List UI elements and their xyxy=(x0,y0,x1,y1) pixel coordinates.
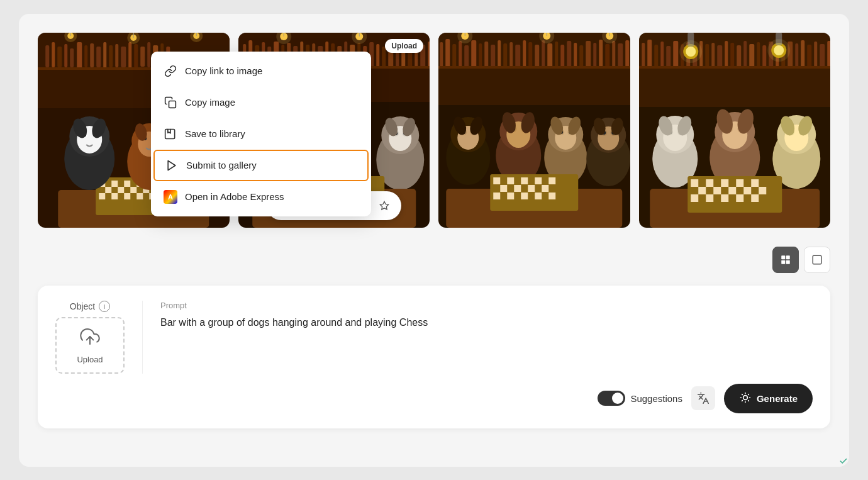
svg-rect-21 xyxy=(147,42,150,67)
menu-item-submit-gallery[interactable]: Submit to gallery xyxy=(153,150,369,181)
save-icon xyxy=(164,127,177,141)
generate-button[interactable]: Generate xyxy=(724,384,813,413)
svg-rect-180 xyxy=(579,45,583,67)
svg-rect-237 xyxy=(507,177,514,184)
menu-item-copy-link-label: Copy link to image xyxy=(185,65,262,76)
svg-rect-254 xyxy=(654,45,658,67)
menu-item-submit-gallery-label: Submit to gallery xyxy=(186,160,257,170)
svg-rect-158 xyxy=(440,42,443,67)
svg-rect-280 xyxy=(820,44,825,67)
prompt-area: Object i Upload Prompt xyxy=(38,286,830,428)
svg-rect-257 xyxy=(673,41,678,67)
upload-cloud-icon xyxy=(80,327,100,351)
svg-rect-281 xyxy=(827,41,830,67)
svg-rect-187 xyxy=(625,40,629,67)
svg-rect-186 xyxy=(618,43,623,67)
svg-rect-253 xyxy=(647,40,652,67)
bottom-row: Suggestions xyxy=(55,384,813,413)
svg-rect-325 xyxy=(698,187,706,194)
image-card-3[interactable] xyxy=(438,33,630,228)
svg-rect-330 xyxy=(691,194,698,202)
svg-rect-11 xyxy=(84,45,87,67)
svg-rect-169 xyxy=(509,42,513,67)
svg-rect-9 xyxy=(70,48,74,67)
svg-rect-242 xyxy=(514,185,521,192)
svg-rect-255 xyxy=(660,42,664,67)
svg-rect-177 xyxy=(560,45,564,67)
single-view-button[interactable] xyxy=(804,247,830,273)
svg-rect-44 xyxy=(130,187,136,193)
svg-rect-13 xyxy=(96,47,101,67)
object-label: Object xyxy=(70,301,95,311)
upload-box[interactable]: Upload xyxy=(55,317,125,374)
svg-rect-271 xyxy=(762,45,766,67)
info-icon[interactable]: i xyxy=(99,301,110,312)
svg-rect-327 xyxy=(728,187,736,194)
svg-rect-47 xyxy=(99,193,105,199)
svg-rect-282 xyxy=(639,66,831,69)
svg-rect-159 xyxy=(445,39,450,67)
menu-item-copy-image[interactable]: Copy image xyxy=(151,87,371,118)
svg-rect-323 xyxy=(736,179,743,187)
svg-rect-173 xyxy=(535,45,539,67)
context-menu: Copy link to image Copy image xyxy=(151,52,371,216)
view-controls xyxy=(38,247,830,273)
send-icon xyxy=(165,159,179,172)
svg-rect-1 xyxy=(165,129,175,138)
svg-rect-94 xyxy=(382,47,386,68)
svg-point-290 xyxy=(767,39,790,62)
svg-rect-337 xyxy=(781,260,785,264)
star-button[interactable] xyxy=(374,195,395,216)
menu-item-open-adobe[interactable]: A Open in Adobe Express xyxy=(151,181,371,213)
menu-item-save-library[interactable]: Save to library xyxy=(151,118,371,150)
svg-rect-17 xyxy=(121,47,126,67)
svg-rect-324 xyxy=(751,179,759,187)
svg-rect-277 xyxy=(801,40,804,67)
svg-rect-38 xyxy=(111,181,118,187)
translate-icon-button[interactable] xyxy=(691,386,715,410)
svg-rect-20 xyxy=(140,47,145,67)
svg-rect-49 xyxy=(124,193,130,199)
svg-rect-279 xyxy=(814,42,817,67)
svg-rect-328 xyxy=(743,187,751,194)
prompt-label: Prompt xyxy=(160,301,813,310)
svg-rect-244 xyxy=(542,185,548,192)
svg-rect-321 xyxy=(706,179,713,187)
suggestions-label: Suggestions xyxy=(630,393,682,404)
svg-rect-252 xyxy=(642,43,645,67)
prompt-section: Prompt Bar with a group of dogs hanging … xyxy=(160,301,813,330)
generate-icon xyxy=(739,391,752,406)
menu-item-copy-image-label: Copy image xyxy=(185,97,235,108)
svg-rect-174 xyxy=(542,40,545,67)
svg-rect-329 xyxy=(759,187,766,194)
svg-rect-166 xyxy=(491,45,495,67)
svg-rect-101 xyxy=(428,42,430,68)
svg-rect-12 xyxy=(90,43,94,67)
upload-label: Upload xyxy=(77,355,103,364)
svg-rect-48 xyxy=(111,193,118,199)
svg-rect-236 xyxy=(493,177,500,184)
svg-rect-10 xyxy=(77,42,82,69)
svg-rect-178 xyxy=(567,41,571,67)
svg-rect-15 xyxy=(109,45,113,67)
image-card-4[interactable] xyxy=(639,33,831,228)
svg-rect-184 xyxy=(605,44,609,67)
svg-rect-248 xyxy=(535,193,542,199)
svg-rect-165 xyxy=(484,42,488,67)
svg-rect-262 xyxy=(705,44,709,67)
svg-rect-14 xyxy=(103,42,106,69)
svg-point-286 xyxy=(679,40,702,63)
svg-rect-176 xyxy=(555,42,558,67)
toggle-track[interactable] xyxy=(598,391,625,406)
svg-rect-39 xyxy=(124,181,130,187)
svg-rect-326 xyxy=(713,187,721,194)
grid-view-button[interactable] xyxy=(772,247,799,273)
svg-rect-163 xyxy=(471,40,476,67)
upload-badge: Upload xyxy=(385,39,423,53)
svg-rect-182 xyxy=(593,43,596,67)
svg-rect-6 xyxy=(52,42,55,67)
svg-rect-334 xyxy=(751,194,759,202)
menu-item-copy-link[interactable]: Copy link to image xyxy=(151,55,371,87)
svg-rect-185 xyxy=(612,41,615,67)
toggle-thumb xyxy=(612,393,623,404)
